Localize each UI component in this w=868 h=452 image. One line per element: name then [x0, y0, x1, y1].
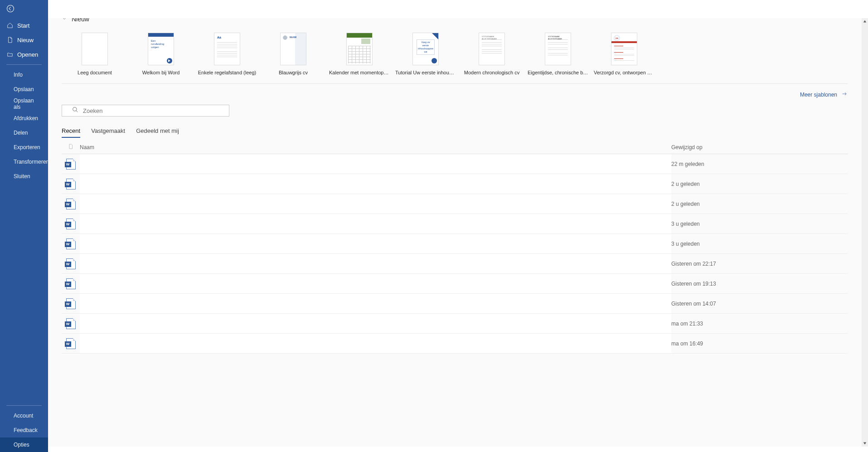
- template-welcome-to-word[interactable]: Een rondleiding volgen Welkom bij Word: [128, 33, 194, 75]
- template-label: Leeg document: [62, 70, 128, 75]
- back-button[interactable]: [0, 0, 48, 18]
- file-row[interactable]: W 3 u geleden: [62, 234, 848, 254]
- file-name-cell: [80, 334, 671, 353]
- arrow-right-icon: [841, 91, 848, 98]
- sidebar-label: Nieuw: [17, 37, 34, 44]
- sidebar-label: Exporteren: [14, 144, 40, 151]
- sidebar-item-save[interactable]: Opslaan: [0, 82, 48, 97]
- sidebar-label: Delen: [14, 130, 28, 136]
- sidebar-item-save-as[interactable]: Opslaan als: [0, 97, 48, 111]
- file-row[interactable]: W 3 u geleden: [62, 214, 848, 234]
- sidebar-item-info[interactable]: Info: [0, 68, 48, 82]
- sidebar-item-export[interactable]: Exporteren: [0, 140, 48, 155]
- header-modified[interactable]: Gewijzigd op: [671, 144, 848, 151]
- template-polished-cv[interactable]: UN Verzorgd cv, ontworpen doo...: [591, 33, 657, 75]
- template-label: Welkom bij Word: [128, 70, 194, 75]
- folder-open-icon: [6, 51, 14, 58]
- sidebar-label: Info: [14, 72, 23, 78]
- template-contemporary-cv[interactable]: VOORNAAM ACHTERNAAM Eigentijdse, chronis…: [525, 33, 591, 75]
- file-row[interactable]: W Gisteren om 14:07: [62, 294, 848, 314]
- file-modified: 22 m geleden: [671, 161, 848, 167]
- template-single-spacing[interactable]: Aa Enkele regelafstand (leeg): [194, 33, 260, 75]
- scroll-up-icon[interactable]: [862, 18, 868, 24]
- file-row[interactable]: W Gisteren om 19:13: [62, 274, 848, 294]
- scroll-down-icon[interactable]: [862, 440, 868, 447]
- tab-pinned[interactable]: Vastgemaakt: [91, 127, 125, 138]
- sidebar-item-open[interactable]: Openen: [0, 47, 48, 62]
- template-tutorial-toc[interactable]: Voeg uw eerste inhoudsopgave toe Tutoria…: [393, 33, 459, 75]
- sidebar-label: Feedback: [14, 427, 38, 433]
- file-modified: ma om 21:33: [671, 321, 848, 327]
- sidebar-label: Opslaan als: [14, 97, 42, 110]
- file-modified: Gisteren om 14:07: [671, 301, 848, 307]
- sidebar-label: Openen: [17, 51, 38, 58]
- template-thumbnail: Een rondleiding volgen: [148, 33, 174, 65]
- sidebar-label: Account: [14, 413, 33, 419]
- word-file-icon: W: [66, 298, 76, 309]
- file-list-header: Naam Gewijzigd op: [62, 141, 848, 154]
- file-name-cell: [80, 274, 671, 293]
- template-label: Kalender met momentopna...: [326, 70, 393, 75]
- header-name[interactable]: Naam: [80, 144, 671, 151]
- more-templates-link[interactable]: Meer sjablonen: [800, 91, 848, 98]
- svg-point-2: [73, 107, 77, 111]
- word-file-icon: W: [66, 258, 76, 269]
- file-name-cell: [80, 214, 671, 233]
- template-thumbnail: [82, 33, 108, 65]
- sidebar-item-new[interactable]: Nieuw: [0, 33, 48, 47]
- file-modified: ma om 16:49: [671, 340, 848, 347]
- file-row[interactable]: W ma om 21:33: [62, 314, 848, 334]
- file-name-cell: [80, 314, 671, 333]
- word-file-icon: W: [66, 278, 76, 289]
- vertical-scrollbar[interactable]: [862, 18, 868, 447]
- svg-marker-5: [863, 442, 866, 445]
- document-icon: [6, 36, 14, 44]
- search-box[interactable]: [62, 105, 229, 117]
- sidebar-item-options[interactable]: Opties: [0, 437, 48, 452]
- sidebar-item-account[interactable]: Account: [0, 408, 48, 423]
- sidebar-item-close[interactable]: Sluiten: [0, 169, 48, 184]
- sidebar-divider: [6, 405, 42, 406]
- sidebar-item-print[interactable]: Afdrukken: [0, 111, 48, 126]
- template-modern-cv[interactable]: VOORNAAM ACHTERNAAM Modern chronologisch…: [459, 33, 525, 75]
- chevron-down-icon: [62, 18, 67, 23]
- file-row[interactable]: W 2 u geleden: [62, 174, 848, 194]
- svg-line-3: [76, 111, 78, 112]
- file-modified: 3 u geleden: [671, 221, 848, 227]
- arrow-left-circle-icon: [6, 5, 15, 14]
- search-input[interactable]: [83, 107, 224, 114]
- file-row[interactable]: W 2 u geleden: [62, 194, 848, 214]
- sidebar-label: Opslaan: [14, 86, 34, 92]
- file-row[interactable]: W ma om 16:49: [62, 334, 848, 354]
- tab-shared-with-me[interactable]: Gedeeld met mij: [136, 127, 179, 138]
- backstage-sidebar: Start Nieuw Openen Info Opslaan Opslaan …: [0, 0, 48, 452]
- template-bluegray-cv[interactable]: NAAM Blauwgrijs cv: [260, 33, 326, 75]
- template-thumbnail: VOORNAAM ACHTERNAAM: [545, 33, 571, 65]
- section-heading-label: Nieuw: [72, 18, 89, 23]
- main-content: Nieuw Leeg document Een rondleiding volg…: [48, 0, 868, 452]
- file-row[interactable]: W Gisteren om 22:17: [62, 254, 848, 274]
- file-row[interactable]: W 22 m geleden: [62, 154, 848, 174]
- sidebar-item-share[interactable]: Delen: [0, 126, 48, 140]
- template-label: Enkele regelafstand (leeg): [194, 70, 260, 75]
- sidebar-item-start[interactable]: Start: [0, 18, 48, 33]
- file-name-cell: [80, 254, 671, 273]
- file-modified: Gisteren om 19:13: [671, 281, 848, 287]
- word-file-icon: W: [66, 219, 76, 229]
- file-list: W 22 m geleden W 2 u geleden W 2 u geled…: [62, 154, 848, 354]
- sidebar-item-feedback[interactable]: Feedback: [0, 423, 48, 437]
- sidebar-item-transform[interactable]: Transformeren: [0, 155, 48, 169]
- template-label: Tutorial Uw eerste inhoudso...: [393, 70, 459, 75]
- tab-recent[interactable]: Recent: [62, 127, 80, 138]
- sidebar-divider: [6, 64, 42, 65]
- word-file-icon: W: [66, 159, 76, 170]
- template-calendar[interactable]: januari Kalender met momentopna...: [326, 33, 393, 75]
- template-thumbnail: VOORNAAM ACHTERNAAM: [479, 33, 505, 65]
- sidebar-label: Opties: [14, 442, 29, 448]
- template-blank-document[interactable]: Leeg document: [62, 33, 128, 75]
- template-label: Blauwgrijs cv: [260, 70, 326, 75]
- template-thumbnail: januari: [346, 33, 373, 65]
- recent-tabs: Recent Vastgemaakt Gedeeld met mij: [62, 127, 848, 138]
- section-heading-new[interactable]: Nieuw: [62, 18, 848, 28]
- sidebar-label: Start: [17, 22, 29, 29]
